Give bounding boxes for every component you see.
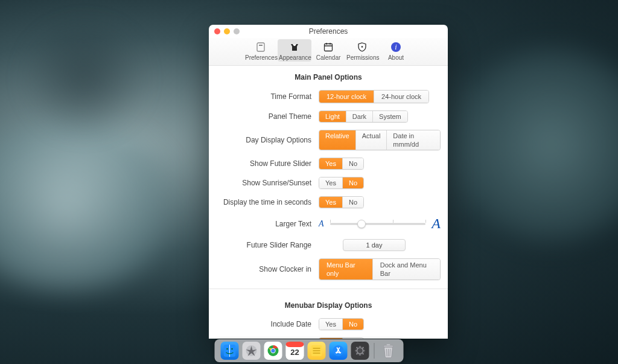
svg-rect-0 (257, 43, 264, 51)
preferences-window: Preferences Preferences Appearance Calen… (209, 25, 448, 339)
seg-include-day[interactable]: Yes No (319, 337, 364, 339)
row-future-range: Future Slider Range 1 day (209, 235, 448, 255)
opt-24hr[interactable]: 24-hour clock (374, 91, 428, 103)
tab-preferences[interactable]: Preferences (244, 39, 278, 62)
svg-line-38 (390, 349, 390, 356)
dock-app-calendar[interactable]: 22 (286, 342, 304, 360)
svg-text:i: i (395, 43, 397, 51)
opt-no[interactable]: No (342, 338, 363, 339)
close-icon[interactable] (214, 28, 220, 34)
row-larger-text: Larger Text A A (209, 212, 448, 235)
section-title-menubar: Menubar Display Options (209, 294, 448, 315)
preferences-icon (245, 40, 276, 54)
dock-app-chrome[interactable] (264, 342, 282, 360)
info-icon: i (380, 40, 412, 54)
opt-light[interactable]: Light (319, 111, 346, 122)
select-future-range[interactable]: 1 day (343, 239, 406, 251)
row-day-display: Day Display Options Relative Actual Date… (209, 126, 448, 154)
svg-rect-18 (286, 342, 304, 347)
row-panel-theme: Panel Theme Light Dark System (209, 107, 448, 126)
select-value: 1 day (366, 241, 383, 249)
opt-no[interactable]: No (342, 197, 363, 208)
tab-permissions[interactable]: Permissions (345, 39, 379, 62)
label-sunrise: Show Sunrise/Sunset (216, 179, 319, 187)
svg-rect-35 (387, 344, 390, 345)
section-divider (209, 289, 448, 289)
svg-rect-1 (259, 45, 263, 46)
text-size-large-icon: A (432, 216, 441, 232)
text-size-slider[interactable] (330, 218, 426, 230)
seg-panel-theme[interactable]: Light Dark System (319, 110, 408, 123)
opt-no[interactable]: No (342, 319, 363, 330)
tab-label: Preferences (245, 54, 276, 61)
label-panel-theme: Panel Theme (216, 112, 319, 121)
calendar-icon (313, 40, 344, 54)
svg-rect-2 (325, 44, 333, 51)
opt-yes[interactable]: Yes (319, 177, 342, 188)
titlebar: Preferences (209, 25, 448, 38)
minimize-icon[interactable] (224, 28, 230, 34)
svg-line-36 (387, 349, 387, 356)
dock-app-notes[interactable] (308, 342, 326, 360)
row-time-format: Time Format 12-hour clock 24-hour clock (209, 86, 448, 107)
svg-point-6 (362, 46, 363, 48)
opt-yes[interactable]: Yes (319, 197, 342, 208)
seg-include-date[interactable]: Yes No (319, 318, 364, 330)
opt-menubar-only[interactable]: Menu Bar only (319, 259, 372, 279)
appearance-icon (279, 40, 310, 54)
dock-app-trash[interactable] (380, 342, 398, 360)
svg-point-10 (226, 348, 228, 350)
row-seconds: Display the time in seconds Yes No (209, 193, 448, 212)
dock-separator (374, 343, 375, 359)
section-title-main: Main Panel Options (209, 66, 448, 86)
seg-sunrise[interactable]: Yes No (319, 177, 364, 189)
opt-yes[interactable]: Yes (319, 338, 342, 339)
opt-actual[interactable]: Actual (355, 130, 387, 150)
label-future-range: Future Slider Range (216, 241, 319, 249)
opt-dock-menubar[interactable]: Dock and Menu Bar (372, 259, 440, 279)
row-include-date: Include Date Yes No (209, 315, 448, 334)
tab-about[interactable]: i About (379, 39, 413, 62)
tab-calendar[interactable]: Calendar (311, 39, 345, 62)
zoom-icon[interactable] (234, 28, 240, 34)
dock-app-appstore[interactable] (330, 342, 348, 360)
row-future-slider: Show Future Slider Yes No (209, 154, 448, 173)
label-time-format: Time Format (216, 92, 319, 101)
opt-yes[interactable]: Yes (319, 319, 342, 330)
dock: 22 (215, 339, 404, 362)
dock-app-finder[interactable] (221, 342, 239, 360)
slider-track (330, 223, 426, 225)
label-larger-text: Larger Text (216, 220, 319, 228)
opt-no[interactable]: No (342, 177, 363, 188)
opt-yes[interactable]: Yes (319, 158, 342, 169)
seg-seconds[interactable]: Yes No (319, 196, 364, 208)
opt-dark[interactable]: Dark (346, 111, 372, 122)
svg-point-11 (231, 348, 233, 350)
opt-mmmdd[interactable]: Date in mmm/dd (386, 130, 440, 150)
opt-system[interactable]: System (372, 111, 407, 122)
tab-appearance[interactable]: Appearance (278, 39, 311, 62)
seg-time-format[interactable]: 12-hour clock 24-hour clock (319, 90, 429, 103)
dock-app-launchpad[interactable] (243, 342, 261, 360)
seg-future-slider[interactable]: Yes No (319, 158, 364, 170)
text-size-small-icon: A (319, 219, 324, 229)
svg-point-16 (271, 349, 275, 353)
content-pane: Main Panel Options Time Format 12-hour c… (209, 66, 448, 339)
row-include-day: Include Day Yes No (209, 334, 448, 339)
slider-knob[interactable] (357, 220, 366, 228)
shield-icon (346, 40, 378, 54)
tab-label: About (380, 54, 412, 61)
calendar-day: 22 (286, 348, 304, 357)
opt-relative[interactable]: Relative (319, 130, 355, 150)
seg-day-display[interactable]: Relative Actual Date in mmm/dd (319, 130, 441, 150)
row-sunrise: Show Sunrise/Sunset Yes No (209, 173, 448, 193)
seg-show-clocker[interactable]: Menu Bar only Dock and Menu Bar (319, 258, 441, 280)
tab-label: Calendar (313, 54, 344, 61)
opt-no[interactable]: No (342, 158, 363, 169)
label-seconds: Display the time in seconds (216, 198, 319, 206)
svg-rect-34 (384, 345, 393, 347)
label-include-date: Include Date (216, 320, 319, 328)
dock-app-settings[interactable] (351, 342, 369, 360)
opt-12hr[interactable]: 12-hour clock (319, 91, 374, 103)
tab-label: Appearance (279, 54, 310, 61)
